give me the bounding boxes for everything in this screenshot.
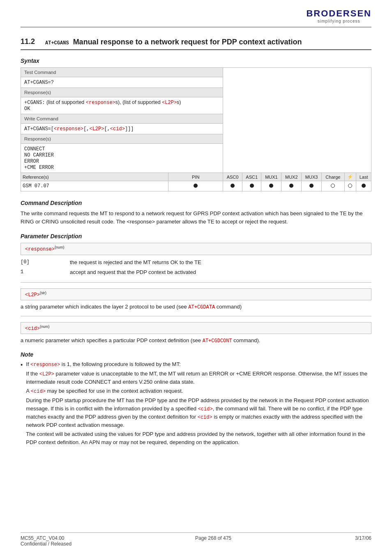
col-last: Last [356,173,371,181]
col-mux1: MUX1 [261,173,281,181]
reference-value: GSM 07.07 [21,181,168,191]
test-response-content-row: +CGANS: (list of supported <response>s),… [21,97,371,114]
param-name-cid: <cid> [25,326,40,332]
note-line-1: If the <L2P> parameter value is unaccept… [26,370,371,386]
dot-last [356,181,371,191]
write-response-label-row: Response(s) [21,134,371,144]
page-header: BRODERSEN simplifying process [21,8,371,28]
param-box-l2p: <L2P>(str) [21,288,371,300]
section-name: AT+CGANS Manual response to a network re… [45,37,302,47]
page-footer: MC55_ATC_V04.00 Confidential / Released … [21,532,371,547]
syntax-title: Syntax [21,58,371,64]
col-mux2: MUX2 [281,173,302,181]
col-mux3: MUX3 [302,173,322,181]
test-response-label: Response(s) [21,88,223,97]
param-desc-cid: a numeric parameter which specifies a pa… [21,337,371,344]
dot-asc1 [242,181,261,191]
footer-page: Page 268 of 475 [195,535,231,547]
reference-data-row: GSM 07.07 [21,181,371,191]
param-name-l2p: <L2P> [25,292,40,298]
param-desc-l2p: a string parameter which indicates the l… [21,304,371,310]
param-box-cid: <cid>(num) [21,322,371,334]
param-l2p-code: AT+CGDATA [188,304,215,310]
param-sup-cid: (num) [40,325,50,329]
footer-left: MC55_ATC_V04.00 Confidential / Released [21,535,71,547]
param-sup-response: (num) [55,245,65,249]
param-val-1: 1 [21,268,70,276]
write-response-label: Response(s) [21,134,223,144]
param-name-response: <response> [25,247,55,253]
param-row-response-1: 1 accept and request that the PDP contex… [21,268,371,276]
footer-confidential: Confidential / Released [21,541,71,547]
write-command-label: Write Command [21,114,223,124]
section-title: 11.2 AT+CGANS Manual response to a netwo… [21,37,371,50]
param-cid-code: AT+CGDCONT [203,338,232,344]
syntax-table: Test Command AT+CGANS=? Response(s) +CGA… [21,67,371,191]
dot-pin [168,181,223,191]
dot-mux2 [281,181,302,191]
col-charge: Charge [322,173,345,181]
section-number: 11.2 [21,37,45,46]
note-bullet: • [21,360,23,369]
test-command-label: Test Command [21,68,223,77]
dot-asc0 [223,181,242,191]
note-line-4: The context will be activated using the … [26,430,371,446]
logo-text: BRODERSEN [306,8,371,19]
col-special: ⚡ [344,173,356,181]
note-item-0: • If <response> is 1, the following proc… [21,360,371,448]
write-command-label-row: Write Command [21,114,371,124]
test-command-code-row: AT+CGANS=? [21,77,371,88]
note-content: If <response> is 1, the following proced… [26,360,371,448]
command-description-section: Command Description The write command re… [21,200,371,226]
param-sup-l2p: (str) [40,291,46,295]
param-box-response: <response>(num) [21,243,371,255]
parameter-description-section: Parameter Description <response>(num) [0… [21,233,371,343]
test-response-content: +CGANS: (list of supported <response>s),… [21,97,223,114]
note-line-3: During the PDP startup procedure the MT … [26,396,371,429]
col-pin: PIN [168,173,223,181]
page: BRODERSEN simplifying process 11.2 AT+CG… [0,0,392,555]
test-command-code: AT+CGANS=? [21,77,223,88]
command-description-title: Command Description [21,200,371,206]
param-desc-1: accept and request that the PDP context … [70,268,371,276]
dot-charge [322,181,345,191]
logo-sub: simplifying process [306,19,371,23]
write-command-code-row: AT+CGANS=[<response>[,<L2P>[,<cid>]]] [21,124,371,134]
dot-special [344,181,356,191]
reference-label: Reference(s) [21,173,168,181]
footer-doc-id: MC55_ATC_V04.00 [21,535,71,541]
note-line-2: A <cid> may be specified for use in the … [26,387,371,395]
note-title: Note [21,351,371,358]
write-command-code: AT+CGANS=[<response>[,<L2P>[,<cid>]]] [21,124,223,134]
write-response-content: CONNECTNO CARRIERERROR+CME ERROR [21,144,223,173]
write-response-content-row: CONNECTNO CARRIERERROR+CME ERROR [21,144,371,173]
param-row-response-0: [0] the request is rejected and the MT r… [21,258,371,267]
param-val-0: [0] [21,258,70,267]
note-section: Note • If <response> is 1, the following… [21,351,371,448]
parameter-description-title: Parameter Description [21,233,371,240]
logo: BRODERSEN simplifying process [306,8,371,23]
col-asc0: ASC0 [223,173,242,181]
dot-mux3 [302,181,322,191]
footer-date: 3/17/06 [355,535,371,547]
test-response-label-row: Response(s) [21,88,371,97]
test-command-label-row: Test Command [21,68,371,77]
reference-header-row: Reference(s) PIN ASC0 ASC1 MUX1 MUX2 MUX… [21,173,371,181]
dot-mux1 [261,181,281,191]
command-description-text: The write command requests the MT to res… [21,210,371,226]
col-asc1: ASC1 [242,173,261,181]
note-list: • If <response> is 1, the following proc… [21,360,371,448]
param-desc-0: the request is rejected and the MT retur… [70,258,371,267]
note-line-0: If <response> is 1, the following proced… [26,360,371,368]
